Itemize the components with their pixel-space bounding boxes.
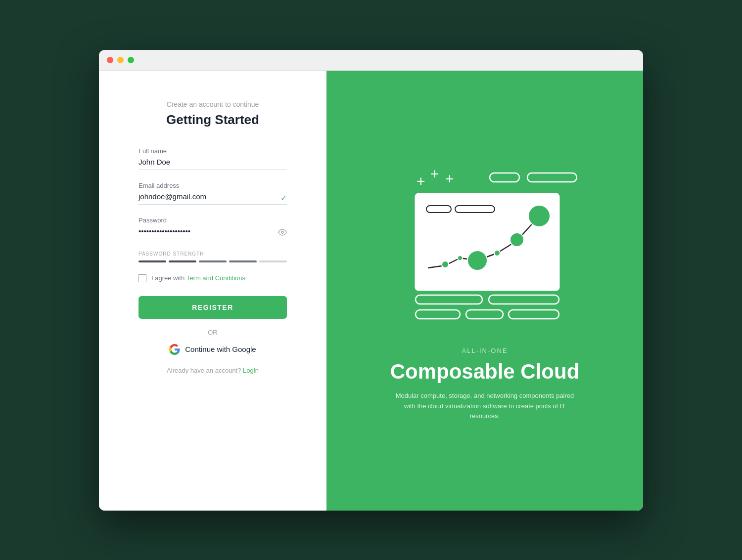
password-strength-section: PASSWORD STRENGTH <box>139 251 287 262</box>
terms-text: I agree with Term and Conditions <box>151 274 245 282</box>
fullname-label: Full name <box>139 147 287 155</box>
svg-text:+: + <box>417 173 425 189</box>
svg-rect-5 <box>527 173 577 182</box>
email-label: Email address <box>139 182 287 189</box>
or-divider: OR <box>208 329 218 336</box>
svg-point-0 <box>281 231 284 233</box>
password-eye-icon[interactable] <box>278 228 287 239</box>
strength-bar-3 <box>199 260 227 262</box>
form-title: Getting Started <box>139 112 287 128</box>
google-signin-button[interactable]: Continue with Google <box>169 344 256 355</box>
terms-row: I agree with Term and Conditions <box>139 274 287 282</box>
fullname-input-wrapper <box>139 158 287 170</box>
svg-point-15 <box>528 205 550 227</box>
svg-text:+: + <box>445 171 454 187</box>
terms-link[interactable]: Term and Conditions <box>186 274 245 282</box>
strength-bar-5 <box>259 260 287 262</box>
form-subtitle: Create an account to continue <box>139 100 287 108</box>
left-panel: Create an account to continue Getting St… <box>99 71 326 511</box>
email-input[interactable] <box>139 192 287 201</box>
svg-rect-37 <box>466 310 503 319</box>
promo-title: Composable Cloud <box>390 360 580 383</box>
promo-desc: Modular compute, storage, and networking… <box>391 391 579 422</box>
strength-bars <box>139 260 287 262</box>
cloud-illustration: + + + <box>381 159 589 327</box>
register-button[interactable]: REGISTER <box>139 296 287 319</box>
fullname-group: Full name <box>139 147 287 170</box>
password-label: Password <box>139 216 287 224</box>
traffic-light-yellow[interactable] <box>117 57 124 63</box>
svg-text:+: + <box>430 166 439 182</box>
browser-content: Create an account to continue Getting St… <box>99 71 643 511</box>
traffic-light-green[interactable] <box>128 57 134 63</box>
browser-titlebar <box>99 50 643 71</box>
fullname-input[interactable] <box>139 158 287 166</box>
svg-point-10 <box>442 261 449 268</box>
svg-rect-35 <box>489 295 559 304</box>
svg-point-14 <box>510 233 524 247</box>
traffic-light-red[interactable] <box>107 57 113 63</box>
terms-checkbox[interactable] <box>139 274 146 282</box>
svg-rect-38 <box>509 310 559 319</box>
right-panel: + + + <box>326 71 643 511</box>
password-input-wrapper <box>139 227 287 239</box>
svg-point-11 <box>458 256 463 260</box>
svg-rect-36 <box>416 310 460 319</box>
form-header: Create an account to continue Getting St… <box>139 100 287 128</box>
login-text: Already have an account? Login <box>167 367 259 374</box>
email-check-icon: ✓ <box>280 193 287 203</box>
google-icon <box>169 344 180 355</box>
svg-point-13 <box>494 250 500 256</box>
strength-bar-4 <box>229 260 257 262</box>
promo-tag: ALL-IN-ONE <box>462 347 508 354</box>
email-input-wrapper: ✓ <box>139 192 287 205</box>
strength-bar-2 <box>169 260 196 262</box>
password-input[interactable] <box>139 227 287 235</box>
svg-rect-34 <box>416 295 482 304</box>
email-group: Email address ✓ <box>139 182 287 205</box>
password-group: Password <box>139 216 287 239</box>
google-button-label: Continue with Google <box>185 345 256 353</box>
browser-window: Create an account to continue Getting St… <box>99 50 643 511</box>
login-link[interactable]: Login <box>243 367 259 374</box>
svg-point-12 <box>467 251 487 270</box>
strength-bar-1 <box>139 260 166 262</box>
svg-rect-4 <box>490 173 519 182</box>
strength-label: PASSWORD STRENGTH <box>139 251 287 257</box>
